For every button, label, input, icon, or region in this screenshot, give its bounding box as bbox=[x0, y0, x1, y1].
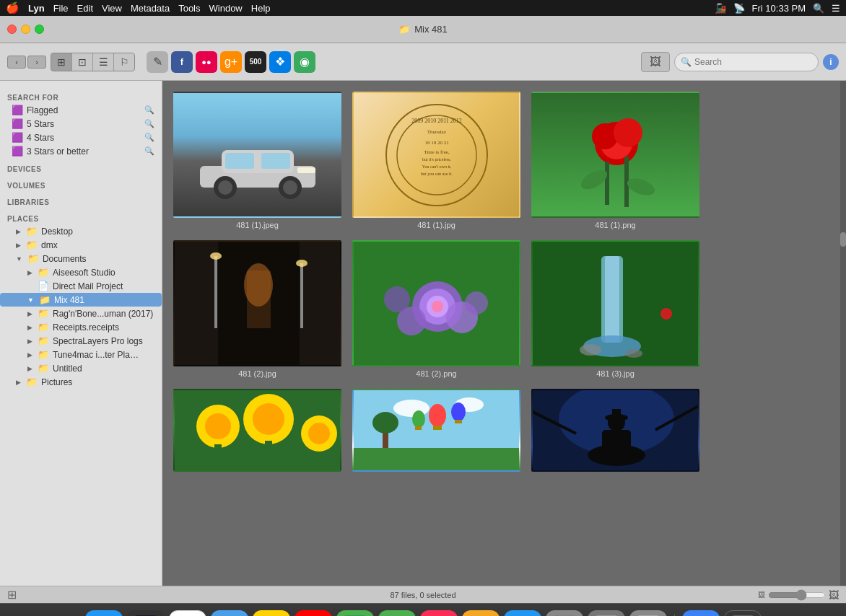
list-view-button[interactable]: ☰ bbox=[93, 53, 113, 71]
photo-row-1: 481 (1).jpeg 2009 2010 2011 2012 Thursda… bbox=[173, 92, 835, 229]
dock-systemprefs[interactable] bbox=[546, 610, 583, 617]
dock-safari[interactable] bbox=[169, 610, 206, 617]
photo-item-flowers-purple[interactable]: 481 (2).png bbox=[352, 240, 520, 378]
dmx-label: dmx bbox=[41, 240, 154, 250]
untitled-arrow: ▶ bbox=[27, 365, 32, 372]
svg-text:2009 2010 2011 2012: 2009 2010 2011 2012 bbox=[411, 118, 462, 124]
dock-mail[interactable] bbox=[211, 610, 248, 617]
photo-item-calendar[interactable]: 2009 2010 2011 2012 Thursday 18 19 20 21… bbox=[352, 92, 520, 229]
menu-window[interactable]: Window bbox=[209, 3, 243, 14]
photo-item-car[interactable]: 481 (1).jpeg bbox=[173, 92, 341, 229]
sidebar-item-documents[interactable]: ▼ 📁 Documents bbox=[0, 252, 162, 265]
photo-item-yellow-flowers[interactable] bbox=[173, 389, 341, 475]
photo-label-waterfall: 481 (3).jpg bbox=[596, 369, 634, 378]
flagged-search[interactable]: 🔍 bbox=[144, 105, 154, 115]
zoom-slider[interactable] bbox=[768, 589, 826, 601]
dock-calendar[interactable]: 9 bbox=[295, 610, 332, 617]
documents-label: Documents bbox=[43, 254, 154, 264]
photo-label-flowers-purple: 481 (2).png bbox=[416, 369, 456, 378]
sidebar-item-ragnbone[interactable]: ▶ 📁 Rag'n'Bone...uman (2017) bbox=[0, 307, 162, 320]
sidebar-item-dmx[interactable]: ▶ 📁 dmx bbox=[0, 238, 162, 252]
dock-messages[interactable] bbox=[378, 610, 416, 617]
search-for-section: SEARCH FOR bbox=[0, 91, 162, 103]
dock-trash[interactable] bbox=[724, 610, 762, 617]
sidebar-item-untitled[interactable]: ▶ 📁 Untitled bbox=[0, 361, 162, 375]
flagged-label: Flagged bbox=[27, 105, 141, 115]
compare-view-button[interactable]: ⊡ bbox=[72, 53, 92, 71]
untitled-folder-icon: 📁 bbox=[38, 363, 49, 374]
dock-diskutil[interactable] bbox=[588, 610, 625, 617]
facebook-icon[interactable]: f bbox=[171, 51, 193, 73]
sidebar-item-aiseesoft[interactable]: ▶ 📁 Aiseesoft Studio bbox=[0, 265, 162, 279]
svg-point-20 bbox=[592, 123, 618, 149]
sidebar-item-pictures[interactable]: ▶ 📁 Pictures bbox=[0, 375, 162, 389]
photo-item-rider[interactable] bbox=[531, 389, 699, 475]
search-input[interactable] bbox=[694, 57, 795, 67]
other-icon[interactable]: ◉ bbox=[294, 51, 315, 73]
photo-viewer-toggle[interactable]: 🖼 bbox=[641, 52, 670, 72]
svg-point-42 bbox=[465, 291, 488, 314]
menu-tools[interactable]: Tools bbox=[178, 3, 200, 14]
flickr-icon[interactable]: ●● bbox=[196, 51, 217, 73]
main-area: SEARCH FOR 🟪 Flagged 🔍 🟪 5 Stars 🔍 🟪 4 S… bbox=[0, 81, 846, 586]
menu-view[interactable]: View bbox=[102, 3, 122, 14]
eyedrop-icon[interactable]: ✎ bbox=[147, 51, 168, 73]
sidebar-item-desktop[interactable]: ▶ 📁 Desktop bbox=[0, 224, 162, 238]
scrollbar-thumb[interactable] bbox=[840, 232, 846, 247]
toolbar: ‹ › ⊞ ⊡ ☰ ⚐ ✎ f ●● g+ 500 ❖ ◉ 🖼 🔍 i bbox=[0, 43, 846, 81]
4stars-search[interactable]: 🔍 bbox=[144, 133, 154, 142]
menu-search-icon[interactable]: 🔍 bbox=[813, 3, 824, 14]
dock-music[interactable]: ♪ bbox=[420, 610, 458, 617]
photo-item-alley[interactable]: 481 (2).jpg bbox=[173, 240, 341, 378]
dock-finder[interactable] bbox=[85, 610, 123, 617]
google-icon[interactable]: g+ bbox=[220, 51, 242, 73]
back-button[interactable]: ‹ bbox=[7, 56, 26, 69]
menu-list-icon[interactable]: ☰ bbox=[832, 3, 840, 14]
dock-unknown[interactable] bbox=[629, 610, 667, 617]
desktop-folder-icon: 📁 bbox=[26, 226, 38, 237]
dock-notes[interactable] bbox=[253, 610, 290, 617]
dock-launchpad[interactable] bbox=[127, 610, 165, 617]
photo-item-balloons[interactable] bbox=[352, 389, 520, 475]
dock-facetime[interactable] bbox=[336, 610, 374, 617]
aiseesoft-folder-icon: 📁 bbox=[38, 267, 49, 278]
dock-folder[interactable] bbox=[682, 610, 720, 617]
sidebar-item-flagged[interactable]: 🟪 Flagged 🔍 bbox=[0, 103, 162, 117]
sidebar-item-4stars[interactable]: 🟪 4 Stars 🔍 bbox=[0, 131, 162, 144]
grid-view-button[interactable]: ⊞ bbox=[51, 53, 71, 71]
minimize-button[interactable] bbox=[21, 25, 30, 34]
photo-item-roses[interactable]: 481 (1).png bbox=[531, 92, 699, 229]
svg-rect-47 bbox=[605, 256, 619, 343]
menu-edit[interactable]: Edit bbox=[77, 3, 93, 14]
500px-icon[interactable]: 500 bbox=[245, 51, 266, 73]
forward-button[interactable]: › bbox=[27, 56, 46, 69]
dropbox-icon[interactable]: ❖ bbox=[269, 51, 291, 73]
sidebar-item-tune4mac[interactable]: ▶ 📁 Tune4mac i...ter Platinum bbox=[0, 348, 162, 361]
menu-help[interactable]: Help bbox=[251, 3, 271, 14]
menu-metadata[interactable]: Metadata bbox=[131, 3, 170, 14]
sidebar-item-directmail[interactable]: ▶ 📄 Direct Mail Project bbox=[0, 279, 162, 293]
mix481-label: Mix 481 bbox=[54, 295, 154, 305]
dock-books[interactable] bbox=[462, 610, 500, 617]
window-title-text: Mix 481 bbox=[414, 24, 448, 35]
sidebar-item-receipts[interactable]: ▶ 📁 Receipts.receipts bbox=[0, 320, 162, 334]
apple-menu[interactable]: 🍎 bbox=[6, 1, 19, 14]
5stars-search[interactable]: 🔍 bbox=[144, 119, 154, 128]
photo-item-waterfall[interactable]: 481 (3).jpg bbox=[531, 240, 699, 378]
svg-rect-2 bbox=[225, 153, 254, 169]
close-button[interactable] bbox=[7, 25, 17, 34]
sidebar-item-mix481[interactable]: ▼ 📁 Mix 481 bbox=[0, 293, 162, 307]
sidebar-item-3stars[interactable]: 🟪 3 Stars or better 🔍 bbox=[0, 144, 162, 158]
svg-point-30 bbox=[210, 252, 222, 260]
receipts-folder-icon: 📁 bbox=[38, 322, 49, 333]
flag-view-button[interactable]: ⚐ bbox=[114, 53, 134, 71]
maximize-button[interactable] bbox=[35, 25, 44, 34]
menu-lyn[interactable]: Lyn bbox=[28, 3, 45, 14]
sidebar-item-5stars[interactable]: 🟪 5 Stars 🔍 bbox=[0, 117, 162, 131]
dock-appstore[interactable]: A bbox=[504, 610, 541, 617]
sidebar-item-spectralayers[interactable]: ▶ 📁 SpectraLayers Pro logs bbox=[0, 334, 162, 348]
info-button[interactable]: i bbox=[823, 54, 839, 70]
3stars-search[interactable]: 🔍 bbox=[144, 146, 154, 156]
volumes-section: VOLUMES bbox=[0, 179, 162, 191]
menu-file[interactable]: File bbox=[53, 3, 69, 14]
